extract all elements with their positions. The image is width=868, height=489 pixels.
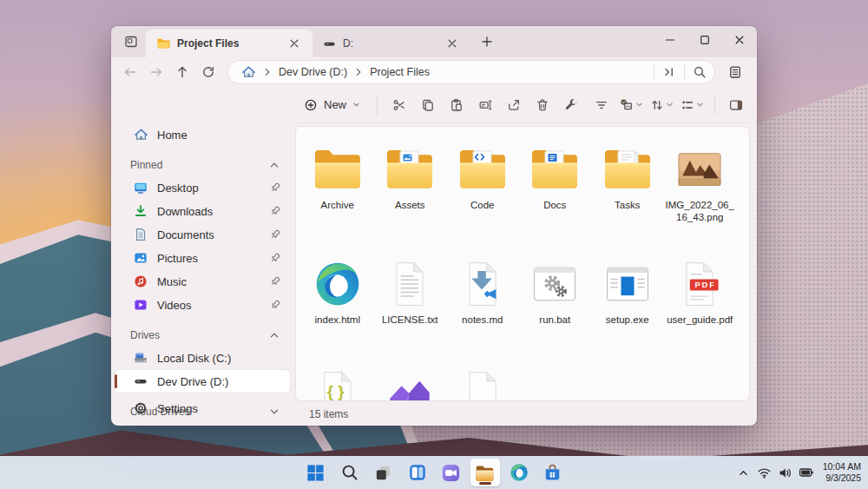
sidebar-item-local-disk-c[interactable]: Local Disk (C:) [115,347,290,369]
desktop-icon [134,181,148,195]
tab-close-icon[interactable] [285,34,304,53]
home-icon[interactable] [237,62,260,83]
file-item-setup-exe[interactable]: setup.exe [591,256,664,366]
details-pane-button[interactable] [722,60,748,84]
plus-icon [480,35,494,49]
paste-button[interactable] [443,92,470,118]
gear-icon [134,401,148,415]
file-item-user-guide-pdf[interactable]: PDFuser_guide.pdf [664,256,737,366]
file-icon [455,256,510,312]
clock[interactable]: 10:04 AM 9/3/2025 [823,461,861,484]
new-tab-button[interactable] [476,30,498,53]
new-button-label: New [324,98,346,111]
file-explorer-button[interactable] [470,459,500,486]
preview-pane-button[interactable] [723,92,750,118]
sort-icon [650,98,664,112]
share-button[interactable] [500,92,527,118]
file-item-docs[interactable]: Docs [519,142,592,256]
delete-button[interactable] [529,92,556,118]
back-button[interactable] [118,60,142,84]
share-icon [507,98,521,112]
wifi-icon[interactable] [757,465,773,480]
group-by-button[interactable] [617,92,646,118]
tab-list-button[interactable] [118,30,144,54]
chat-button[interactable] [437,459,466,486]
sidebar-item-dev-drive-d[interactable]: Dev Drive (D:) [115,370,290,393]
minimize-button[interactable] [653,26,687,54]
home-icon [134,128,148,142]
sidebar-item-label: Desktop [157,182,199,195]
file-item-license-txt[interactable]: LICENSE.txt [374,256,447,366]
forward-button[interactable] [144,60,168,84]
tab-project-files[interactable]: Project Files [146,30,312,57]
file-item-index-html[interactable]: index.html [301,256,374,366]
goto-end-icon[interactable] [658,62,681,83]
file-item-partial[interactable] [374,366,447,401]
file-item-tasks[interactable]: Tasks [591,142,664,256]
widgets-button[interactable] [403,459,432,486]
sidebar-item-label: Documents [157,228,214,241]
sidebar-section-header[interactable]: Pinned [111,155,293,175]
breadcrumb-folder[interactable]: Project Files [366,64,433,80]
tray-date: 9/3/2025 [823,472,861,484]
command-toolbar: New [295,87,750,123]
file-item-partial[interactable] [446,366,519,401]
file-name: user_guide.pdf [667,314,733,327]
file-item-code[interactable]: Code [446,142,519,256]
maximize-button[interactable] [687,26,722,54]
new-button[interactable]: New [295,92,369,118]
search-icon[interactable] [688,62,711,83]
refresh-button[interactable] [196,60,220,84]
sidebar-item-label: Downloads [157,205,213,218]
rename-button[interactable] [471,92,498,118]
edge-button[interactable] [504,459,534,486]
file-explorer-icon [474,462,496,484]
filter-icon [595,98,608,112]
battery-icon[interactable] [799,465,814,480]
sidebar-item-music[interactable]: Music [115,270,290,293]
sidebar-item-settings[interactable]: Settings [115,397,290,420]
task-view-button[interactable] [369,459,398,486]
layout-button[interactable] [678,92,707,118]
file-item-notes-md[interactable]: notes.md [446,256,519,366]
sidebar-item-documents[interactable]: Documents [115,223,290,246]
store-button[interactable] [538,459,568,486]
back-icon [123,65,137,79]
breadcrumb-drive[interactable]: Dev Drive (D:) [275,64,351,80]
filter-button[interactable] [589,92,615,118]
sidebar-item-label: Settings [157,402,198,415]
file-item-partial[interactable]: { } [301,366,374,401]
sidebar-item-downloads[interactable]: Downloads [115,200,290,222]
music-icon [134,274,148,288]
sidebar-item-pictures[interactable]: Pictures [115,247,290,269]
tools-button[interactable] [558,92,585,118]
file-item-archive[interactable]: Archive [301,142,374,256]
svg-text:PDF: PDF [695,281,716,289]
file-icon [672,142,727,197]
hidden-icons-button[interactable] [736,465,752,480]
tab-drive-d[interactable]: D: [312,30,470,57]
taskbar-search-button[interactable] [335,459,365,486]
address-bar[interactable]: Dev Drive (D:) Project Files [227,60,715,84]
tab-close-icon[interactable] [443,34,462,53]
chevron-down-icon [635,101,643,109]
file-item-run-bat[interactable]: run.bat [519,256,592,366]
tab-label: D: [343,37,353,50]
sidebar-item-videos[interactable]: Videos [115,294,290,316]
file-item-assets[interactable]: Assets [374,142,447,256]
sidebar-item-home[interactable]: Home [115,123,290,146]
sidebar-item-desktop[interactable]: Desktop [115,176,290,199]
file-name: setup.exe [606,314,649,327]
volume-icon[interactable] [778,465,793,480]
sidebar-section-header[interactable]: Drives [111,325,293,346]
copy-button[interactable] [414,92,441,118]
file-item-img-2022-06-16-43-png[interactable]: IMG_2022_06_16_43.png [664,142,737,256]
cut-button[interactable] [385,92,412,118]
file-icon [527,142,582,197]
close-button[interactable] [722,26,757,54]
up-button[interactable] [170,60,194,84]
sort-button[interactable] [648,92,676,118]
start-button[interactable] [301,459,331,486]
sidebar-item-label: Pictures [157,252,198,265]
taskbar: 10:04 AM 9/3/2025 [0,456,868,489]
